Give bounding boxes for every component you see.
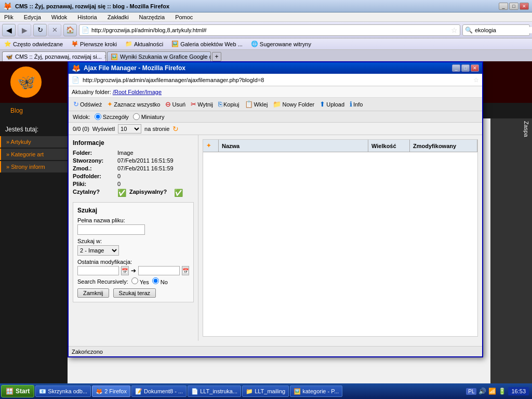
per-page-select[interactable]: 10 20 50 [118,124,141,134]
refresh-icon: ↻ [73,100,79,108]
select-all-icon: ✦ [107,100,113,108]
url-input[interactable] [91,27,449,33]
toolbar-select-all[interactable]: ✦ Zaznacz wszystko [105,100,162,109]
calendar-to-button[interactable]: 📅 [182,266,190,275]
view-thumbnails-option[interactable]: Miniatury [133,113,165,120]
col-name[interactable]: Nazwa [219,140,368,152]
nav-group: ↻ ✕ [33,24,61,36]
taskbar-item-llt-instruka[interactable]: 📄 LLT_instruka... [188,385,241,397]
maximize-button[interactable]: □ [509,3,518,10]
folder-path-root[interactable]: /Root Folder/ [113,89,146,95]
tab-close-cms[interactable]: ✕ [104,54,106,60]
toolbar-paste[interactable]: 📋 Wklej [243,100,270,109]
reload-button[interactable]: ↻ [33,24,47,36]
info-label-subfolder: Podfolder: [73,173,114,179]
view-details-option[interactable]: Szczegóły [95,113,129,120]
bookmark-firstrun[interactable]: 🦊 Pierwsze kroki [69,40,119,48]
forward-button[interactable]: ▶ [18,24,31,36]
modal-maximize-button[interactable]: □ [461,64,470,72]
modal-bookmark-icon[interactable]: ☆ [473,76,479,84]
toolbar-delete[interactable]: ⊖ Usuń [164,100,187,109]
folder-path-sub[interactable]: Image [145,89,162,95]
taskbar-item-mail[interactable]: 📧 Skrzynka odb... [35,385,91,397]
content-area: Informacje Folder: Image Stworzony: 07/F… [69,135,482,341]
bookmark-frequent[interactable]: ⭐ Często odwiedzane [2,40,65,48]
modal-overlay: 🦊 Ajax File Manager - Mozilla Firefox _ … [0,61,532,383]
bookmark-suggested[interactable]: 🌐 Sugerowane witryny [249,40,313,48]
menu-view[interactable]: Widok [49,14,70,20]
new-folder-icon: 📁 [273,100,281,108]
modal-minimize-button[interactable]: _ [452,64,460,72]
search-input[interactable] [475,27,532,33]
search-in-label: Szukaj w: [77,238,189,244]
search-now-button[interactable]: Szukaj teraz [113,288,156,298]
toolbar-refresh[interactable]: ↻ Odśwież [72,100,103,109]
menu-help[interactable]: Pomoc [173,14,195,20]
info-value-modified: 07/Feb/2011 16:51:59 [117,165,174,171]
taskbar-item-firefox[interactable]: 🦊 2 Firefox [92,385,130,397]
modal-close-button[interactable]: ✕ [471,64,479,72]
taskbar-item-kategorie[interactable]: 🖼️ kategorie - P... [290,385,342,397]
toolbar-upload[interactable]: ⬆ Upload [318,100,346,109]
filename-input[interactable] [77,224,145,235]
copy-icon: ⎘ [218,100,222,108]
info-label-writable: Zapisywalny? [129,189,171,197]
info-value-folder: Image [117,150,134,156]
recursive-no-option[interactable]: No [152,277,168,285]
info-panel: Informacje Folder: Image Stworzony: 07/F… [69,135,198,341]
bookmark-star-icon[interactable]: ☆ [451,26,458,34]
modal-urlbar: 📄 http://pgrozwija.pl/admin/ajaxfilemana… [69,74,482,86]
recursive-no-radio[interactable] [152,277,159,284]
stop-button[interactable]: ✕ [48,24,61,36]
back-button[interactable]: ◀ [2,24,16,36]
home-button[interactable]: 🏠 [63,24,77,36]
close-button[interactable]: Zamknij [77,288,109,298]
toolbar-info[interactable]: ℹ Info [348,100,364,109]
info-row-modified: Zmod.: 07/Feb/2011 16:51:59 [73,165,194,171]
search-in-select[interactable]: 2 - Image [77,245,119,256]
file-list-panel: ✦ Nazwa Wielkość Zmodyfikowany [203,139,478,337]
menu-history[interactable]: Historia [75,14,99,20]
writable-check-icon: ✅ [174,189,183,197]
taskbar-item-llt-mailing[interactable]: 📁 LLT_mailing [242,385,289,397]
gallery-icon: 🖼️ [171,41,179,47]
view-details-radio[interactable] [95,113,101,120]
tab-google[interactable]: 🖼️ Wyniki Szukania w Grafice Google dla … [107,51,211,61]
view-thumbnails-radio[interactable] [133,113,140,120]
menu-file[interactable]: Plik [2,14,16,20]
search-bar: 🔍 [462,24,530,36]
webpage: 🦋 Blog Jesteś tutaj: » Artykuły » Katego… [0,61,532,383]
menu-bookmarks[interactable]: Zakładki [105,14,131,20]
menu-tools[interactable]: Narzędzia [137,14,167,20]
toolbar-copy[interactable]: ⎘ Kopiuj [217,100,241,109]
toolbar-new-folder[interactable]: 📁 Nowy Folder [271,100,316,109]
info-value-created: 07/Feb/2011 16:51:59 [117,157,174,164]
pagination-label2: na stronie [144,126,169,132]
menu-edit[interactable]: Edycja [22,14,43,20]
bookmark-news[interactable]: 📁 Aktualności [123,40,165,48]
tab-icon-google: 🖼️ [111,54,118,60]
pagination-refresh-icon[interactable]: ↻ [172,125,179,133]
bookmark-gallery[interactable]: 🖼️ Galeria obiektów Web ... [169,40,245,48]
recursive-yes-option[interactable]: Yes [131,277,149,285]
new-tab-button[interactable]: + [212,52,221,61]
tab-cms[interactable]: 🦋 CMS :: Żyj, poznawaj, rozwijaj si... ✕ [2,51,106,61]
firefox-icon: 🦊 [71,41,78,47]
recursive-yes-radio[interactable] [131,277,138,284]
info-value-subfolder: 0 [117,173,121,179]
pagination-label: Wyświetl [92,126,115,132]
close-button[interactable]: ✕ [520,3,529,10]
date-to-input[interactable] [138,266,180,275]
tray-battery-icon: 🔋 [498,388,506,395]
col-size[interactable]: Wielkość [368,140,410,152]
info-row-folder: Folder: Image [73,150,194,156]
calendar-from-button[interactable]: 📅 [121,266,129,275]
delete-icon: ⊖ [165,100,171,108]
taskbar-right: PL 🔊 📶 🔋 16:53 [466,387,531,395]
taskbar-item-document[interactable]: 📝 Dokument8 - ... [131,385,187,397]
start-button[interactable]: 🪟 Start [1,385,34,397]
toolbar-cut[interactable]: ✂ Wytnij [189,100,215,109]
date-from-input[interactable] [77,266,119,275]
col-modified[interactable]: Zmodyfikowany [410,140,477,152]
minimize-button[interactable]: _ [499,3,508,10]
